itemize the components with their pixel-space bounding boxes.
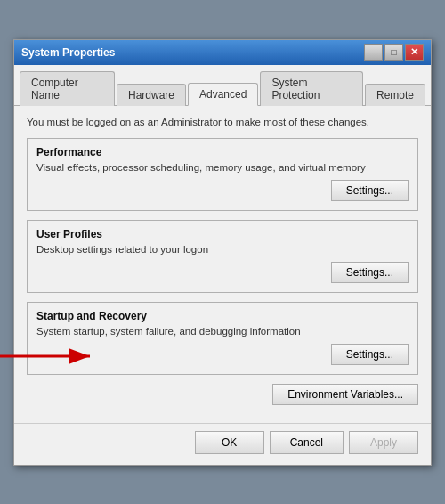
tab-advanced[interactable]: Advanced (188, 83, 258, 106)
env-vars-row: Environment Variables... (27, 384, 418, 405)
maximize-button[interactable]: □ (384, 44, 403, 61)
title-bar: System Properties — □ ✕ (14, 40, 431, 65)
title-bar-controls: — □ ✕ (364, 44, 424, 61)
cancel-button[interactable]: Cancel (270, 431, 344, 454)
admin-note: You must be logged on as an Administrato… (27, 117, 418, 127)
bottom-button-bar: OK Cancel Apply (14, 423, 431, 465)
close-button[interactable]: ✕ (405, 44, 424, 61)
user-profiles-settings-button[interactable]: Settings... (331, 262, 409, 283)
performance-section: Performance Visual effects, processor sc… (27, 138, 418, 211)
tab-hardware[interactable]: Hardware (117, 84, 186, 106)
performance-settings-button[interactable]: Settings... (331, 180, 409, 201)
startup-recovery-settings-button[interactable]: Settings... (331, 344, 409, 365)
tab-remote[interactable]: Remote (365, 84, 425, 106)
performance-desc: Visual effects, processor scheduling, me… (36, 162, 409, 173)
apply-button[interactable]: Apply (349, 431, 418, 454)
startup-recovery-section: Startup and Recovery System startup, sys… (27, 302, 418, 375)
tab-content: You must be logged on as an Administrato… (14, 106, 431, 419)
minimize-button[interactable]: — (364, 44, 383, 61)
performance-title: Performance (36, 146, 409, 159)
ok-button[interactable]: OK (195, 431, 264, 454)
startup-recovery-title: Startup and Recovery (36, 310, 409, 322)
startup-recovery-btn-row: Settings... (36, 344, 409, 365)
performance-btn-row: Settings... (36, 180, 409, 201)
startup-recovery-desc: System startup, system failure, and debu… (36, 326, 409, 337)
tab-system-protection[interactable]: System Protection (260, 71, 363, 106)
window-title: System Properties (21, 46, 115, 59)
system-properties-window: System Properties — □ ✕ Computer Name Ha… (13, 39, 432, 466)
user-profiles-title: User Profiles (36, 228, 409, 240)
user-profiles-section: User Profiles Desktop settings related t… (27, 220, 418, 293)
tab-computer-name[interactable]: Computer Name (20, 71, 115, 106)
user-profiles-btn-row: Settings... (36, 262, 409, 283)
user-profiles-desc: Desktop settings related to your logon (36, 244, 409, 255)
environment-variables-button[interactable]: Environment Variables... (272, 384, 418, 405)
tab-strip: Computer Name Hardware Advanced System P… (14, 65, 431, 106)
